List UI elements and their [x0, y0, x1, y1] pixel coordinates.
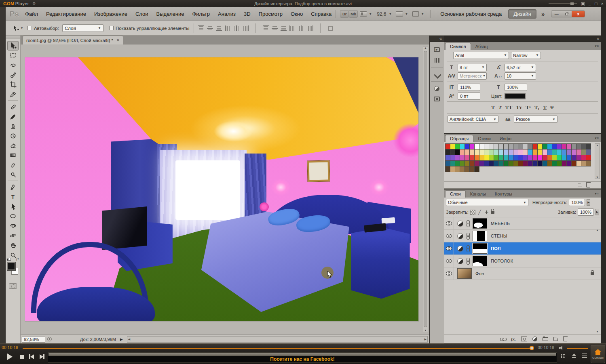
color-swatch[interactable]: [547, 144, 552, 149]
color-swatch[interactable]: [518, 144, 523, 149]
color-swatch[interactable]: [460, 155, 465, 160]
layer-row[interactable]: МЕБЕЛЬ: [444, 217, 601, 230]
panel-menu-icon[interactable]: ▾≡: [595, 136, 599, 140]
new-layer-icon[interactable]: [553, 337, 558, 341]
baseline-shift-field[interactable]: 0 пт: [458, 93, 480, 100]
menu-item-3[interactable]: Изображение: [94, 11, 127, 17]
mask-link-icon[interactable]: [466, 245, 469, 252]
foreground-color-swatch[interactable]: [7, 262, 15, 270]
color-swatch[interactable]: [479, 144, 484, 149]
strikethrough-button[interactable]: Ŧ: [550, 104, 554, 111]
color-swatch[interactable]: [455, 155, 460, 160]
layer-mask-thumbnail[interactable]: [473, 231, 487, 241]
color-swatch[interactable]: [455, 149, 460, 155]
seek-bar[interactable]: [23, 348, 531, 349]
new-swatch-icon[interactable]: [578, 183, 582, 187]
color-swatch[interactable]: [513, 161, 518, 166]
swatches-tab-1[interactable]: Образцы: [445, 135, 473, 142]
leading-dropdown[interactable]: 6,52 пт▼: [505, 64, 536, 71]
align-vertical-centers-button[interactable]: [207, 25, 213, 31]
layer-row[interactable]: ПОТОЛОК: [444, 255, 601, 267]
ps-close-button[interactable]: x: [572, 11, 585, 17]
horizontal-scale-field[interactable]: 100%: [505, 84, 527, 91]
layer-row[interactable]: СТЕНЫ: [444, 230, 601, 242]
color-swatch[interactable]: [576, 155, 581, 160]
eject-button[interactable]: [572, 353, 576, 358]
align-horizontal-centers-button[interactable]: [234, 25, 240, 31]
color-swatch[interactable]: [450, 144, 455, 149]
spot-healing-brush-tool[interactable]: [7, 102, 19, 112]
vertical-scrollbar[interactable]: ▲▼: [423, 46, 428, 332]
close-button[interactable]: ×: [601, 2, 604, 6]
font-style-dropdown[interactable]: Narrow▼: [511, 52, 541, 59]
gom-ad-banner[interactable]: Посетите нас на Facebook!: [48, 352, 557, 363]
color-swatch[interactable]: [499, 161, 503, 166]
font-size-dropdown[interactable]: 8 пт▼: [458, 64, 487, 71]
swatches-tab-2[interactable]: Стили: [473, 135, 495, 142]
color-swatch[interactable]: [567, 155, 571, 160]
color-swatch[interactable]: [572, 161, 576, 166]
color-swatch[interactable]: [567, 149, 571, 155]
all-caps-button[interactable]: TT: [505, 104, 513, 111]
color-swatch[interactable]: [547, 149, 552, 155]
color-swatch[interactable]: [460, 144, 465, 149]
color-swatch[interactable]: [552, 155, 557, 160]
color-swatch[interactable]: [470, 144, 474, 149]
color-swatch[interactable]: [572, 149, 576, 155]
show-transform-controls-checkbox[interactable]: [109, 26, 114, 30]
color-swatch[interactable]: [528, 155, 532, 160]
color-swatch[interactable]: [513, 149, 518, 155]
layer-visibility-eye-icon[interactable]: [446, 246, 452, 250]
distribute-left-edges-button[interactable]: [289, 25, 296, 31]
next-button[interactable]: [37, 352, 47, 362]
vertical-scale-field[interactable]: 110%: [458, 84, 480, 91]
quick-selection-tool[interactable]: [7, 70, 19, 80]
lock-position-icon[interactable]: ✚: [484, 210, 489, 215]
color-swatch[interactable]: [543, 149, 547, 155]
eyedropper-tool[interactable]: [7, 89, 19, 99]
color-swatch[interactable]: [533, 149, 537, 155]
seek-thumb[interactable]: [530, 346, 534, 350]
history-brush-tool[interactable]: [7, 131, 19, 141]
document-tab[interactable]: room1.jpg @ 92,6% (ПОЛ, Слой-маска/8) * …: [23, 36, 123, 44]
opacity-field[interactable]: 100%: [569, 199, 585, 206]
color-swatch[interactable]: [552, 149, 557, 155]
color-swatch[interactable]: [538, 149, 542, 155]
layer-visibility-eye-icon[interactable]: [446, 221, 452, 225]
color-swatch[interactable]: [465, 155, 469, 160]
color-swatch[interactable]: [509, 155, 513, 160]
layer-row[interactable]: Фон: [444, 267, 601, 280]
control-panel-button[interactable]: [560, 353, 565, 358]
faux-italic-button[interactable]: T: [498, 104, 502, 111]
color-swatch[interactable]: [455, 144, 460, 149]
color-swatch[interactable]: [523, 161, 528, 166]
font-family-dropdown[interactable]: Arial▼: [453, 52, 509, 59]
color-swatch[interactable]: [509, 149, 513, 155]
ps-restore-button[interactable]: [562, 11, 572, 17]
panels-collapse-chevron[interactable]: «: [444, 36, 601, 42]
mask-link-icon[interactable]: [466, 220, 469, 227]
color-swatch[interactable]: [479, 149, 484, 155]
crop-tool[interactable]: [7, 80, 19, 89]
mini-bridge-button[interactable]: Mb: [349, 10, 358, 18]
layer-thumbnail[interactable]: [457, 268, 472, 279]
opacity-spinner[interactable]: ▶: [587, 199, 590, 206]
faux-bold-button[interactable]: T: [491, 104, 495, 111]
color-swatch[interactable]: [499, 149, 503, 155]
text-color-swatch[interactable]: [505, 93, 526, 99]
speaker-icon[interactable]: [559, 346, 564, 350]
color-swatch[interactable]: [576, 144, 581, 149]
layers-tab-3[interactable]: Контуры: [490, 191, 517, 198]
underline-button[interactable]: T: [543, 104, 547, 111]
color-swatch[interactable]: [552, 161, 557, 166]
color-swatch[interactable]: [455, 161, 460, 166]
color-swatch[interactable]: [450, 155, 455, 160]
color-swatch[interactable]: [470, 149, 474, 155]
pen-tool[interactable]: [7, 182, 19, 192]
color-swatch[interactable]: [494, 161, 498, 166]
color-swatch[interactable]: [518, 149, 523, 155]
color-swatch[interactable]: [460, 166, 465, 172]
layer-row[interactable]: ПОЛ: [444, 242, 601, 255]
menu-item-9[interactable]: Просмотр: [259, 11, 283, 17]
color-swatch[interactable]: [460, 149, 465, 155]
